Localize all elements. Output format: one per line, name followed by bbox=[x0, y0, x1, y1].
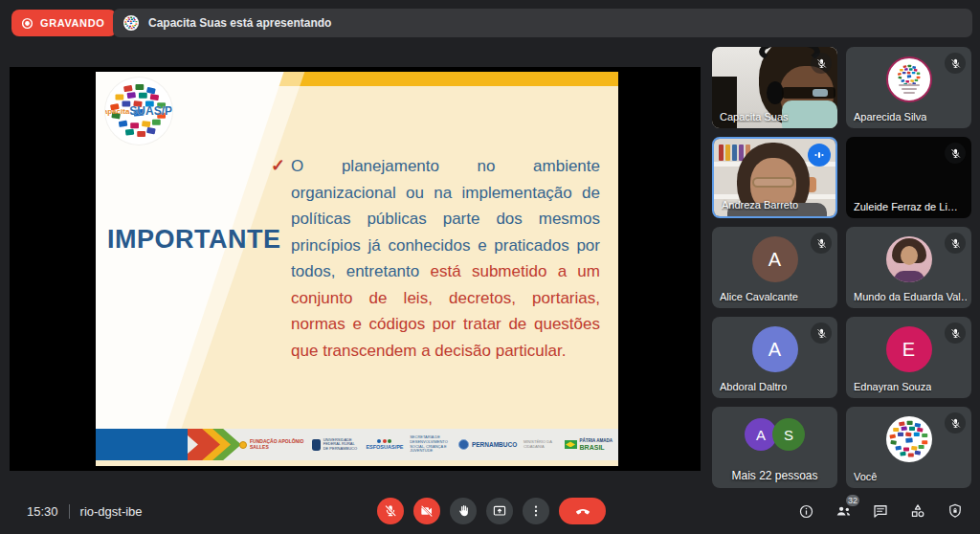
mic-off-icon bbox=[945, 323, 966, 344]
present-icon bbox=[492, 503, 507, 519]
chat-button[interactable] bbox=[871, 501, 890, 521]
more-options-icon bbox=[528, 503, 544, 519]
present-button[interactable] bbox=[486, 498, 513, 524]
logo-fundacao: FUNDAÇÃO APOLÔNIO SALLES bbox=[239, 439, 305, 451]
recording-badge: GRAVANDO bbox=[11, 10, 117, 36]
recording-label: GRAVANDO bbox=[40, 17, 104, 29]
audio-indicator-icon bbox=[808, 144, 831, 167]
participant-tile-mundo-da-eduarda[interactable]: Mundo da Eduarda Val… bbox=[846, 227, 971, 308]
brazil-flag-icon bbox=[565, 440, 577, 449]
avatar: A bbox=[752, 326, 798, 372]
participant-name: Ednayran Souza bbox=[854, 381, 931, 392]
university-crest-icon bbox=[312, 439, 321, 451]
avatar bbox=[886, 236, 932, 282]
raise-hand-icon bbox=[456, 503, 471, 519]
footer-logos: FUNDAÇÃO APOLÔNIO SALLES UNIVERSIDADE FE… bbox=[239, 429, 612, 460]
presenter-avatar bbox=[123, 15, 139, 31]
participant-name: Abdoral Daltro bbox=[720, 381, 787, 392]
mic-off-icon bbox=[945, 53, 966, 74]
meeting-code: rio-dgst-ibe bbox=[80, 504, 143, 519]
participant-tile-alice-cavalcante[interactable]: A Alice Cavalcante bbox=[712, 227, 837, 308]
participants-button[interactable]: 32 bbox=[834, 501, 853, 521]
host-controls-button[interactable] bbox=[946, 501, 965, 521]
overflow-label: Mais 22 pessoas bbox=[712, 469, 837, 482]
top-bar: GRAVANDO Capacita Suas está apresentando bbox=[0, 0, 980, 43]
end-call-icon bbox=[574, 502, 591, 520]
participant-tile-abdoral-daltro[interactable]: A Abdoral Daltro bbox=[712, 317, 837, 398]
clock-time: 15:30 bbox=[27, 504, 58, 519]
mic-off-icon bbox=[383, 503, 398, 519]
participant-name: Você bbox=[854, 471, 877, 482]
logo-patria-brasil: PÁTRIA AMADA BRASIL bbox=[565, 438, 612, 450]
mic-off-icon bbox=[811, 323, 832, 344]
presenting-text: Capacita Suas está apresentando bbox=[148, 16, 331, 30]
avatar bbox=[886, 56, 932, 102]
record-icon bbox=[21, 17, 33, 30]
mic-off-icon bbox=[945, 412, 966, 434]
mic-toggle-button[interactable] bbox=[377, 498, 404, 524]
camera-toggle-button[interactable] bbox=[413, 498, 440, 524]
activities-button[interactable] bbox=[908, 501, 927, 521]
mic-off-icon bbox=[945, 143, 966, 164]
divider bbox=[69, 504, 70, 519]
avatar: E bbox=[886, 326, 932, 372]
screen-share-stage: CapacitaSUAS/PE IMPORTANTE ✓ O planejame… bbox=[10, 67, 701, 471]
participant-tile-zuleide-ferraz[interactable]: Zuleide Ferraz de Li… bbox=[846, 137, 971, 218]
pernambuco-crest-icon bbox=[458, 439, 469, 450]
participant-tile-andreza-barreto[interactable]: Andreza Barreto bbox=[712, 137, 837, 218]
footer-blue-bar bbox=[96, 429, 188, 460]
mic-off-icon bbox=[945, 233, 966, 254]
capacitasuas-logo: CapacitaSUAS/PE bbox=[105, 78, 172, 145]
participant-name: Capacita Suas bbox=[720, 111, 789, 122]
logo-ufrpe: UNIVERSIDADE FEDERAL RURAL DE PERNAMBUCO bbox=[312, 438, 360, 452]
mic-off-icon bbox=[811, 53, 832, 74]
presenting-banner: Capacita Suas está apresentando bbox=[113, 9, 972, 37]
mic-off-icon bbox=[811, 233, 832, 254]
end-call-button[interactable] bbox=[559, 498, 606, 524]
presentation-slide: CapacitaSUAS/PE IMPORTANTE ✓ O planejame… bbox=[96, 72, 618, 466]
avatar: A bbox=[752, 236, 798, 282]
participant-name: Aparecida Silva bbox=[854, 111, 926, 122]
participant-tile-capacita-suas[interactable]: Capacita Suas bbox=[712, 47, 837, 128]
avatar bbox=[886, 416, 932, 462]
logo-suffix: SUAS/PE bbox=[129, 104, 172, 118]
host-controls-icon bbox=[947, 502, 964, 520]
logo-pernambuco: PERNAMBUCO bbox=[458, 439, 517, 450]
participant-count-badge: 32 bbox=[844, 493, 861, 508]
meet-window: GRAVANDO Capacita Suas está apresentando… bbox=[0, 0, 980, 534]
fundacao-icon bbox=[239, 441, 247, 449]
raise-hand-button[interactable] bbox=[450, 498, 477, 524]
logo-prefix: Capacita bbox=[105, 107, 129, 116]
participant-tile-ednayran-souza[interactable]: E Ednayran Souza bbox=[846, 317, 971, 398]
bottom-bar: 15:30 rio-dgst-ibe bbox=[0, 488, 980, 534]
participant-name: Andreza Barreto bbox=[722, 199, 798, 211]
participant-tile-aparecida-silva[interactable]: Aparecida Silva bbox=[846, 47, 971, 128]
overflow-avatars: A S bbox=[712, 418, 837, 451]
esfosuas-icon bbox=[377, 439, 391, 443]
slide-title: IMPORTANTE bbox=[107, 225, 272, 255]
logo-ministerio: MINISTÉRIO DA CIDADANIA bbox=[523, 440, 558, 449]
meeting-details-button[interactable] bbox=[796, 501, 815, 521]
participant-name: Mundo da Eduarda Val… bbox=[854, 291, 967, 302]
chat-icon bbox=[872, 502, 889, 520]
participant-name: Zuleide Ferraz de Li… bbox=[854, 201, 958, 212]
participant-tile-you[interactable]: Você bbox=[846, 407, 971, 488]
info-icon bbox=[798, 503, 814, 520]
slide-body: ✓ O planejamento no ambiente organizacio… bbox=[271, 153, 600, 364]
participants-sidebar: Capacita Suas Aparecida Silva bbox=[712, 47, 971, 488]
participant-tile-overflow[interactable]: A S Mais 22 pessoas bbox=[712, 407, 837, 488]
logo-secretaria: Secretaria de Desenvolvimento Social, Cr… bbox=[410, 435, 452, 453]
checkmark-icon: ✓ bbox=[271, 153, 285, 364]
activities-icon bbox=[909, 502, 926, 520]
more-options-button[interactable] bbox=[523, 498, 549, 524]
logo-esfosuas: ESFOSUAS/PE bbox=[366, 439, 403, 450]
slide-footer: FUNDAÇÃO APOLÔNIO SALLES UNIVERSIDADE FE… bbox=[96, 429, 618, 460]
camera-off-icon bbox=[419, 503, 434, 519]
participant-name: Alice Cavalcante bbox=[720, 291, 798, 302]
